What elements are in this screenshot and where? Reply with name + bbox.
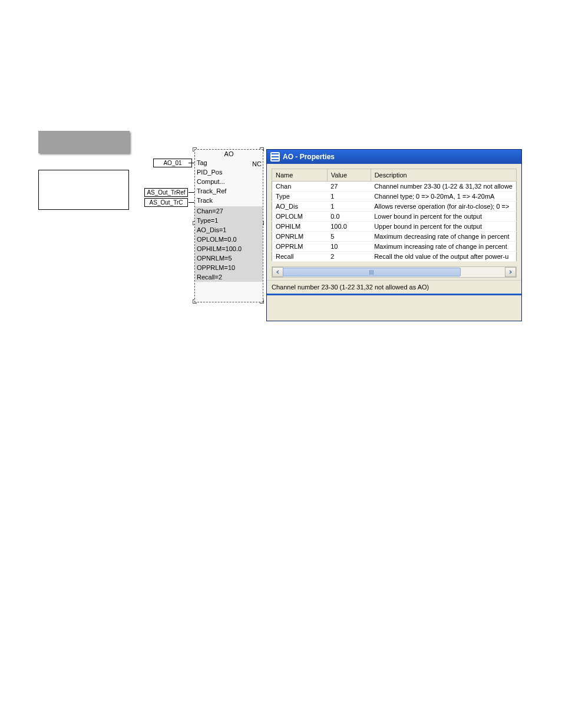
cell-value[interactable]: 100.0 [327, 222, 371, 232]
properties-title: AO - Properties [283, 153, 335, 161]
cell-value[interactable]: 27 [327, 182, 371, 192]
cell-name: OPLOLM [272, 212, 328, 222]
cell-desc: Maximum increasing rate of change in per… [371, 242, 516, 252]
cell-desc: Lower bound in percent for the output [371, 212, 516, 222]
cell-name: AO_Dis [272, 202, 328, 212]
block-param: Type=1 [195, 216, 263, 225]
col-header-desc[interactable]: Description [371, 169, 516, 182]
properties-body: Name Value Description Chan 27 Channel n… [267, 164, 521, 280]
cell-desc: Channel number 23-30 (1-22 & 31,32 not a… [371, 182, 516, 192]
horizontal-scrollbar[interactable] [272, 266, 517, 278]
cell-value[interactable]: 1 [327, 202, 371, 212]
pin-label-trc[interactable]: AS_Out_TrC [144, 198, 188, 207]
pin-wire [189, 163, 194, 163]
cell-name: Type [272, 192, 328, 202]
col-header-value[interactable]: Value [327, 169, 371, 182]
cell-desc: Allows reverse operation (for air-to-clo… [371, 202, 516, 212]
cell-name: Chan [272, 182, 328, 192]
cell-desc: Upper bound in percent for the output [371, 222, 516, 232]
cell-desc: Recall the old value of the output after… [371, 252, 516, 262]
properties-window: AO - Properties Name Value Description C… [266, 149, 522, 321]
cell-value[interactable]: 5 [327, 232, 371, 242]
cell-name: OPPRLM [272, 242, 328, 252]
cell-value[interactable]: 1 [327, 192, 371, 202]
cell-desc: Channel type; 0 => 0-20mA, 1 => 4-20mA [371, 192, 516, 202]
table-row[interactable]: Type 1 Channel type; 0 => 0-20mA, 1 => 4… [272, 192, 517, 202]
scroll-left-button[interactable] [272, 267, 283, 277]
block-params-panel: Chan=27 Type=1 AO_Dis=1 OPLOLM=0.0 OPHIL… [195, 206, 263, 282]
cell-name: OPNRLM [272, 232, 328, 242]
window-bottom-border [267, 294, 521, 295]
block-title: AO [195, 150, 263, 158]
pin-label-ao01[interactable]: AO_01 [153, 159, 192, 167]
block-param: Chan=27 [195, 206, 263, 216]
cell-desc: Maximum decreasing rate of change in per… [371, 232, 516, 242]
properties-table[interactable]: Name Value Description Chan 27 Channel n… [272, 169, 517, 262]
properties-icon [270, 152, 280, 162]
gray-placeholder-box [38, 131, 130, 153]
scroll-thumb[interactable] [283, 268, 461, 276]
cell-value[interactable]: 2 [327, 252, 371, 262]
pin-wire [189, 192, 194, 193]
pin-label-trref[interactable]: AS_Out_TrRef [144, 188, 188, 197]
cell-name: OPHILM [272, 222, 328, 232]
block-port-tag: Tag [195, 158, 263, 167]
block-param: OPNRLM=5 [195, 253, 263, 263]
status-bar: Channel number 23-30 (1-22 31,32 not all… [267, 280, 521, 294]
block-param: OPLOLM=0.0 [195, 235, 263, 244]
block-param: AO_Dis=1 [195, 225, 263, 235]
block-port-comput: Comput... [195, 177, 263, 186]
table-row[interactable]: AO_Dis 1 Allows reverse operation (for a… [272, 202, 517, 212]
block-param: OPPRLM=10 [195, 263, 263, 272]
ao-function-block[interactable]: AO NC Tag PID_Pos Comput... Track_Ref Tr… [194, 149, 263, 302]
white-placeholder-box [38, 170, 129, 210]
col-header-name[interactable]: Name [272, 169, 328, 182]
table-row[interactable]: OPLOLM 0.0 Lower bound in percent for th… [272, 212, 517, 222]
table-row[interactable]: Chan 27 Channel number 23-30 (1-22 & 31,… [272, 182, 517, 192]
block-port-trackref: Track_Ref [195, 186, 263, 196]
pin-wire [189, 202, 194, 203]
cell-value[interactable]: 0.0 [327, 212, 371, 222]
scroll-right-button[interactable] [505, 267, 516, 277]
table-row[interactable]: OPNRLM 5 Maximum decreasing rate of chan… [272, 232, 517, 242]
table-row[interactable]: OPHILM 100.0 Upper bound in percent for … [272, 222, 517, 232]
block-param: OPHILM=100.0 [195, 244, 263, 253]
block-param: Recall=2 [195, 272, 263, 282]
block-port-pidpos: PID_Pos [195, 167, 263, 177]
table-header-row: Name Value Description [272, 169, 517, 182]
cell-value[interactable]: 10 [327, 242, 371, 252]
function-block-diagram: AO_01 AS_Out_TrRef AS_Out_TrC AO NC Tag … [144, 144, 265, 309]
table-row[interactable]: Recall 2 Recall the old value of the out… [272, 252, 517, 262]
table-row[interactable]: OPPRLM 10 Maximum increasing rate of cha… [272, 242, 517, 252]
properties-titlebar[interactable]: AO - Properties [267, 150, 521, 164]
cell-name: Recall [272, 252, 328, 262]
block-port-track: Track [195, 196, 263, 205]
